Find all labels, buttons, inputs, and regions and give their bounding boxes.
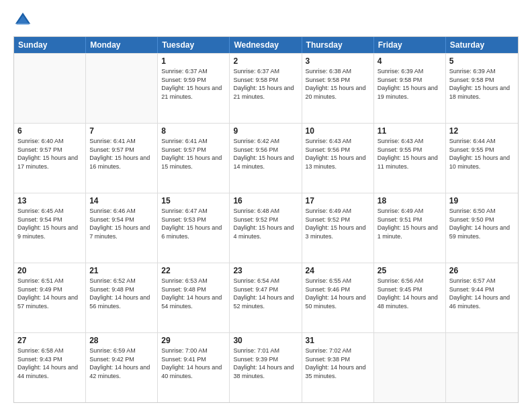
calendar-cell: 16Sunrise: 6:48 AM Sunset: 9:52 PM Dayli… [230, 193, 302, 263]
day-info: Sunrise: 6:41 AM Sunset: 9:57 PM Dayligh… [89, 137, 154, 171]
day-info: Sunrise: 6:54 AM Sunset: 9:47 PM Dayligh… [233, 277, 298, 310]
calendar-cell: 11Sunrise: 6:43 AM Sunset: 9:55 PM Dayli… [374, 124, 446, 193]
day-info: Sunrise: 6:47 AM Sunset: 9:53 PM Dayligh… [161, 207, 226, 240]
day-number: 23 [233, 266, 298, 275]
calendar-week-5: 27Sunrise: 6:58 AM Sunset: 9:43 PM Dayli… [14, 332, 518, 402]
calendar-cell [86, 54, 158, 123]
day-number: 6 [17, 126, 82, 136]
day-info: Sunrise: 6:38 AM Sunset: 9:58 PM Dayligh… [306, 67, 370, 101]
calendar-cell: 30Sunrise: 7:01 AM Sunset: 9:39 PM Dayli… [230, 333, 302, 402]
day-number: 7 [89, 126, 154, 136]
day-number: 30 [233, 336, 298, 345]
calendar-cell: 22Sunrise: 6:53 AM Sunset: 9:48 PM Dayli… [158, 263, 230, 332]
header-day-thursday: Thursday [302, 37, 374, 53]
header-day-sunday: Sunday [14, 37, 86, 53]
calendar-cell: 14Sunrise: 6:46 AM Sunset: 9:54 PM Dayli… [86, 193, 158, 263]
header-day-saturday: Saturday [446, 37, 518, 53]
day-number: 3 [306, 56, 370, 66]
day-number: 8 [161, 126, 226, 136]
day-number: 27 [17, 336, 82, 345]
day-info: Sunrise: 6:58 AM Sunset: 9:43 PM Dayligh… [17, 347, 82, 380]
logo [13, 11, 35, 30]
day-info: Sunrise: 6:39 AM Sunset: 9:58 PM Dayligh… [378, 67, 442, 101]
calendar-cell: 31Sunrise: 7:02 AM Sunset: 9:38 PM Dayli… [302, 333, 374, 402]
day-info: Sunrise: 6:41 AM Sunset: 9:57 PM Dayligh… [161, 137, 226, 171]
day-info: Sunrise: 6:51 AM Sunset: 9:49 PM Dayligh… [17, 277, 82, 310]
calendar-cell: 28Sunrise: 6:59 AM Sunset: 9:42 PM Dayli… [86, 333, 158, 402]
calendar-cell: 18Sunrise: 6:49 AM Sunset: 9:51 PM Dayli… [374, 193, 446, 263]
calendar-cell: 4Sunrise: 6:39 AM Sunset: 9:58 PM Daylig… [374, 54, 446, 123]
calendar-cell: 6Sunrise: 6:40 AM Sunset: 9:57 PM Daylig… [14, 124, 86, 193]
day-info: Sunrise: 6:39 AM Sunset: 9:58 PM Dayligh… [449, 67, 515, 101]
calendar-cell: 24Sunrise: 6:55 AM Sunset: 9:46 PM Dayli… [302, 263, 374, 332]
day-number: 17 [306, 196, 370, 205]
day-info: Sunrise: 6:57 AM Sunset: 9:44 PM Dayligh… [449, 277, 515, 310]
day-number: 9 [233, 126, 298, 136]
calendar-header: SundayMondayTuesdayWednesdayThursdayFrid… [14, 37, 518, 53]
day-info: Sunrise: 6:43 AM Sunset: 9:56 PM Dayligh… [306, 137, 370, 171]
logo-icon [13, 11, 32, 30]
day-info: Sunrise: 6:45 AM Sunset: 9:54 PM Dayligh… [17, 207, 82, 240]
day-info: Sunrise: 6:46 AM Sunset: 9:54 PM Dayligh… [89, 207, 154, 240]
calendar-cell: 15Sunrise: 6:47 AM Sunset: 9:53 PM Dayli… [158, 193, 230, 263]
page: SundayMondayTuesdayWednesdayThursdayFrid… [0, 0, 532, 411]
day-number: 13 [17, 196, 82, 205]
calendar-body: 1Sunrise: 6:37 AM Sunset: 9:59 PM Daylig… [14, 53, 518, 402]
calendar-week-2: 6Sunrise: 6:40 AM Sunset: 9:57 PM Daylig… [14, 123, 518, 193]
day-info: Sunrise: 7:01 AM Sunset: 9:39 PM Dayligh… [233, 347, 298, 380]
day-number: 12 [449, 126, 515, 136]
header-day-monday: Monday [86, 37, 158, 53]
day-number: 26 [449, 266, 515, 275]
day-info: Sunrise: 6:53 AM Sunset: 9:48 PM Dayligh… [161, 277, 226, 310]
day-number: 19 [449, 196, 515, 205]
day-number: 29 [161, 336, 226, 345]
day-info: Sunrise: 6:40 AM Sunset: 9:57 PM Dayligh… [17, 137, 82, 171]
calendar-cell: 27Sunrise: 6:58 AM Sunset: 9:43 PM Dayli… [14, 333, 86, 402]
calendar: SundayMondayTuesdayWednesdayThursdayFrid… [13, 36, 519, 403]
day-info: Sunrise: 6:49 AM Sunset: 9:52 PM Dayligh… [306, 207, 370, 240]
day-number: 21 [89, 266, 154, 275]
day-number: 4 [378, 56, 442, 66]
day-number: 28 [89, 336, 154, 345]
day-info: Sunrise: 6:55 AM Sunset: 9:46 PM Dayligh… [306, 277, 370, 310]
calendar-cell: 9Sunrise: 6:42 AM Sunset: 9:56 PM Daylig… [230, 124, 302, 193]
calendar-cell: 19Sunrise: 6:50 AM Sunset: 9:50 PM Dayli… [446, 193, 518, 263]
day-number: 24 [306, 266, 370, 275]
header-day-friday: Friday [374, 37, 446, 53]
day-info: Sunrise: 6:43 AM Sunset: 9:55 PM Dayligh… [378, 137, 442, 171]
day-info: Sunrise: 6:37 AM Sunset: 9:59 PM Dayligh… [161, 67, 226, 101]
day-number: 20 [17, 266, 82, 275]
day-number: 25 [378, 266, 442, 275]
day-info: Sunrise: 6:59 AM Sunset: 9:42 PM Dayligh… [89, 347, 154, 380]
day-number: 14 [89, 196, 154, 205]
day-info: Sunrise: 6:49 AM Sunset: 9:51 PM Dayligh… [378, 207, 442, 240]
day-info: Sunrise: 6:56 AM Sunset: 9:45 PM Dayligh… [378, 277, 442, 310]
calendar-cell: 8Sunrise: 6:41 AM Sunset: 9:57 PM Daylig… [158, 124, 230, 193]
day-number: 16 [233, 196, 298, 205]
calendar-cell: 13Sunrise: 6:45 AM Sunset: 9:54 PM Dayli… [14, 193, 86, 263]
calendar-cell: 29Sunrise: 7:00 AM Sunset: 9:41 PM Dayli… [158, 333, 230, 402]
calendar-cell [446, 333, 518, 402]
calendar-cell: 20Sunrise: 6:51 AM Sunset: 9:49 PM Dayli… [14, 263, 86, 332]
calendar-cell [14, 54, 86, 123]
day-number: 5 [449, 56, 515, 66]
calendar-week-1: 1Sunrise: 6:37 AM Sunset: 9:59 PM Daylig… [14, 53, 518, 123]
header-day-wednesday: Wednesday [230, 37, 302, 53]
calendar-cell: 5Sunrise: 6:39 AM Sunset: 9:58 PM Daylig… [446, 54, 518, 123]
calendar-cell: 25Sunrise: 6:56 AM Sunset: 9:45 PM Dayli… [374, 263, 446, 332]
calendar-week-3: 13Sunrise: 6:45 AM Sunset: 9:54 PM Dayli… [14, 193, 518, 263]
day-info: Sunrise: 6:44 AM Sunset: 9:55 PM Dayligh… [449, 137, 515, 171]
day-number: 18 [378, 196, 442, 205]
calendar-cell: 17Sunrise: 6:49 AM Sunset: 9:52 PM Dayli… [302, 193, 374, 263]
calendar-cell: 7Sunrise: 6:41 AM Sunset: 9:57 PM Daylig… [86, 124, 158, 193]
calendar-cell: 21Sunrise: 6:52 AM Sunset: 9:48 PM Dayli… [86, 263, 158, 332]
calendar-cell: 23Sunrise: 6:54 AM Sunset: 9:47 PM Dayli… [230, 263, 302, 332]
day-number: 31 [306, 336, 370, 345]
day-info: Sunrise: 6:52 AM Sunset: 9:48 PM Dayligh… [89, 277, 154, 310]
calendar-cell [374, 333, 446, 402]
calendar-cell: 10Sunrise: 6:43 AM Sunset: 9:56 PM Dayli… [302, 124, 374, 193]
day-info: Sunrise: 6:37 AM Sunset: 9:58 PM Dayligh… [233, 67, 298, 101]
day-number: 22 [161, 266, 226, 275]
day-info: Sunrise: 6:50 AM Sunset: 9:50 PM Dayligh… [449, 207, 515, 240]
calendar-cell: 3Sunrise: 6:38 AM Sunset: 9:58 PM Daylig… [302, 54, 374, 123]
